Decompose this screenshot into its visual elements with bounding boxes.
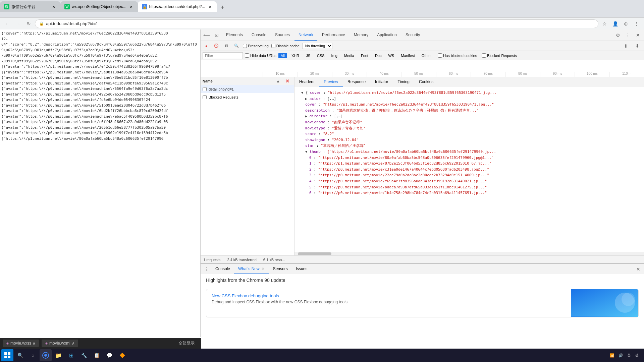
preserve-log-checkbox[interactable] (243, 44, 247, 48)
tab-console[interactable]: Console (248, 29, 270, 41)
taskbar-extra-icon[interactable]: 📋 (91, 349, 103, 361)
bookmark-button[interactable]: ☆ (600, 19, 609, 28)
tab-wx[interactable]: W wx.openSetting(Object objec... ✕ (60, 1, 138, 12)
tab-security[interactable]: Security (401, 29, 424, 41)
disable-cache-checkbox[interactable] (271, 44, 275, 48)
filter-xhr[interactable]: XHR (289, 53, 302, 58)
file-tab-wxss[interactable]: ◈ movie.wxss ∧ (3, 340, 39, 347)
more-tools-icon[interactable]: ⋮ (623, 31, 633, 40)
tab-sources[interactable]: Sources (271, 29, 294, 41)
new-tab-button[interactable]: + (218, 3, 227, 12)
filter-icon[interactable]: ⊟ (223, 42, 230, 50)
filter-ws[interactable]: WS (386, 53, 396, 58)
tab-network[interactable]: Network (294, 29, 317, 41)
start-button[interactable] (1, 349, 13, 361)
blocked-req-checkbox[interactable] (203, 95, 207, 99)
has-blocked-cookies-checkbox[interactable] (438, 53, 442, 58)
disable-cache-label[interactable]: Disable cache (271, 44, 300, 48)
tab-api-close[interactable]: ✕ (207, 4, 213, 9)
bottom-tab-whats-new[interactable]: What's New ✕ (234, 264, 269, 274)
filter-font[interactable]: Font (359, 53, 371, 58)
bottom-panel-close-button[interactable]: ✕ (634, 265, 643, 274)
detail-tab-timing[interactable]: Timing (393, 77, 414, 87)
json-thumb-1-colon: : (314, 161, 318, 166)
tab-wx-close[interactable]: ✕ (128, 4, 134, 9)
tray-ime[interactable]: 英 (634, 352, 640, 359)
taskbar-chrome-icon[interactable] (40, 349, 52, 361)
devtools-pointer-icon[interactable]: ⟵ (202, 31, 211, 40)
taskbar-wechat-icon[interactable]: 💬 (103, 349, 115, 361)
settings-icon[interactable]: ⚙ (613, 31, 623, 40)
filter-media[interactable]: Media (342, 53, 357, 58)
detail-tab-cookies[interactable]: Cookies (414, 77, 438, 87)
blocked-requests-label[interactable]: Blocked Requests (482, 53, 517, 58)
export-icon[interactable]: ⬇ (633, 41, 642, 51)
detail-tab-response[interactable]: Response (343, 77, 370, 87)
devtools-close-icon[interactable]: ✕ (633, 31, 643, 40)
tab-memory[interactable]: Memory (350, 29, 372, 41)
taskbar-folder-icon[interactable]: 📁 (52, 349, 64, 361)
taskbar-devtools-icon[interactable]: 🔧 (78, 349, 90, 361)
horizontal-scrollbar[interactable] (294, 252, 644, 255)
filter-manifest[interactable]: Manifest (398, 53, 417, 58)
request-checkbox[interactable] (203, 87, 207, 91)
tab-api[interactable]: 🔒 https://api.tedu.cn/detail.php?... ✕ (138, 1, 217, 12)
detail-tab-headers[interactable]: Headers (294, 77, 319, 87)
has-blocked-cookies-label[interactable]: Has blocked cookies (438, 53, 477, 58)
bottom-panel-menu-icon[interactable]: ⋮ (202, 264, 211, 274)
tab-wechat[interactable]: 微 微信公众平台 ✕ (0, 1, 60, 12)
filter-js[interactable]: JS (304, 53, 313, 58)
thumb-arrow[interactable]: ▼ (305, 150, 307, 154)
extensions-button[interactable]: ⊕ (621, 19, 631, 28)
throttle-select[interactable]: No throttling (302, 43, 332, 49)
blocked-requests-checkbox[interactable] (482, 53, 486, 58)
search-icon[interactable]: 🔍 (233, 42, 240, 50)
taskbar-app-icon[interactable]: 🔶 (116, 349, 128, 361)
bottom-tab-issues[interactable]: Issues (292, 264, 312, 274)
filter-input[interactable] (203, 52, 243, 59)
filter-doc[interactable]: Doc (373, 53, 384, 58)
bottom-tab-console[interactable]: Console (211, 264, 234, 274)
preserve-log-label[interactable]: Preserve log (243, 44, 269, 48)
filter-css[interactable]: CSS (315, 53, 327, 58)
tab-api-title: https://api.tedu.cn/detail.php?... (149, 4, 205, 9)
clear-button[interactable]: 🚫 (213, 42, 220, 50)
whats-new-close-icon[interactable]: ✕ (261, 266, 265, 271)
network-request-item[interactable]: detail.php?id=1 (201, 85, 294, 93)
tray-network-icon[interactable]: 📶 (608, 352, 616, 359)
address-bar[interactable]: 🔒 api.tedu.cn/detail.php?id=1 (35, 19, 598, 28)
hide-data-urls-label[interactable]: Hide data URLs (245, 53, 276, 58)
taskbar-search-icon[interactable]: 🔍 (14, 349, 26, 361)
devtools-inspect-icon[interactable]: ⊡ (212, 31, 221, 40)
show-all-button[interactable]: 全部显示 (178, 341, 199, 346)
scrollbar-thumb[interactable] (298, 252, 331, 255)
tab-performance[interactable]: Performance (318, 29, 349, 41)
tray-volume-icon[interactable]: 🔊 (617, 352, 625, 359)
detail-tab-initiator[interactable]: Initiator (370, 77, 393, 87)
taskbar-cortana-icon[interactable]: ○ (27, 349, 39, 361)
tab-application[interactable]: Application (373, 29, 401, 41)
forward-button[interactable]: → (13, 19, 23, 28)
root-arrow[interactable]: ▼ (301, 91, 303, 95)
director-arrow[interactable]: ▶ (305, 114, 307, 118)
whats-new-card-title[interactable]: New CSS Flexbox debugging tools (212, 293, 566, 298)
tab-wechat-close[interactable]: ✕ (51, 4, 56, 9)
sort-icon[interactable]: ▲ (273, 77, 283, 86)
hide-data-urls-checkbox[interactable] (245, 53, 249, 58)
detail-tab-preview[interactable]: Preview (319, 77, 343, 87)
close-request-panel-icon[interactable]: ✕ (283, 77, 292, 86)
import-icon[interactable]: ⬆ (621, 41, 631, 51)
record-button[interactable]: ● (203, 42, 210, 50)
menu-button[interactable]: ⋮ (632, 19, 641, 28)
taskbar-vscode-icon[interactable]: ⊞ (65, 349, 77, 361)
reload-button[interactable]: ↻ (24, 19, 34, 28)
profile-button[interactable]: 👤 (610, 19, 620, 28)
filter-other[interactable]: Other (419, 53, 433, 58)
back-button[interactable]: ← (3, 19, 12, 28)
filter-all[interactable]: All (278, 53, 287, 58)
file-tab-wxml[interactable]: ◈ movie.wxml ∧ (42, 340, 78, 347)
tab-elements[interactable]: Elements (222, 29, 247, 41)
actor-arrow[interactable]: ▶ (305, 97, 307, 101)
bottom-tab-sensors[interactable]: Sensors (269, 264, 292, 274)
filter-img[interactable]: Img (329, 53, 340, 58)
